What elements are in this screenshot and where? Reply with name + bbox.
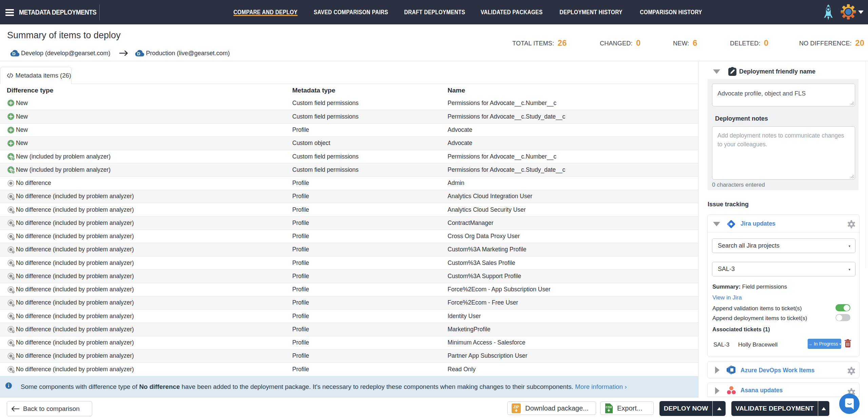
svg-text:ZIP: ZIP [513,404,519,409]
svg-text:D: D [12,51,15,56]
svg-text:CSV: CSV [606,405,612,409]
svg-text:D: D [137,51,140,56]
